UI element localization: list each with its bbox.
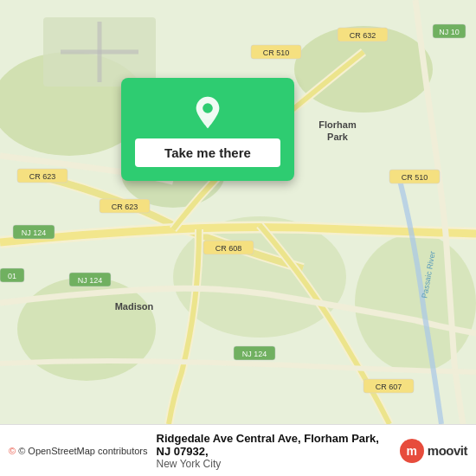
address-line1: Ridgedale Ave Central Ave, Florham Park,… [157, 432, 393, 458]
svg-text:NJ 10: NJ 10 [439, 28, 460, 36]
moovit-text: moovit [428, 443, 467, 458]
location-popup: Take me there [121, 78, 294, 181]
copyright-symbol: © [9, 446, 16, 456]
svg-text:Madison: Madison [115, 301, 154, 312]
bottom-bar: © © OpenStreetMap contributors Ridgedale… [0, 424, 476, 476]
svg-text:01: 01 [8, 272, 16, 280]
moovit-logo: m moovit [400, 439, 467, 463]
svg-text:CR 510: CR 510 [263, 48, 290, 57]
svg-text:CR 632: CR 632 [350, 31, 376, 40]
map-container: CR 510 NJ 10 CR 632 CR 623 NJ 124 CR 623… [0, 0, 476, 424]
svg-text:CR 608: CR 608 [215, 244, 242, 253]
address-line2: New York City [157, 458, 393, 470]
svg-text:CR 623: CR 623 [112, 203, 138, 211]
svg-text:Park: Park [327, 132, 349, 142]
svg-text:NJ 124: NJ 124 [242, 350, 267, 358]
osm-attribution: © © OpenStreetMap contributors [9, 446, 148, 456]
location-pin-icon [190, 95, 225, 130]
moovit-icon: m [400, 439, 424, 463]
address-block: Ridgedale Ave Central Ave, Florham Park,… [157, 432, 393, 470]
osm-text: © © OpenStreetMap contributors [9, 446, 148, 456]
svg-point-39 [203, 103, 213, 113]
svg-text:Florham: Florham [318, 119, 357, 130]
svg-text:NJ 124: NJ 124 [22, 228, 47, 237]
svg-text:NJ 124: NJ 124 [78, 276, 103, 285]
osm-label: © OpenStreetMap contributors [18, 446, 147, 456]
take-me-there-button[interactable]: Take me there [135, 138, 280, 167]
svg-text:CR 510: CR 510 [402, 173, 428, 182]
svg-text:CR 607: CR 607 [376, 383, 402, 391]
map-background: CR 510 NJ 10 CR 632 CR 623 NJ 124 CR 623… [0, 0, 476, 424]
svg-text:CR 623: CR 623 [29, 172, 56, 181]
